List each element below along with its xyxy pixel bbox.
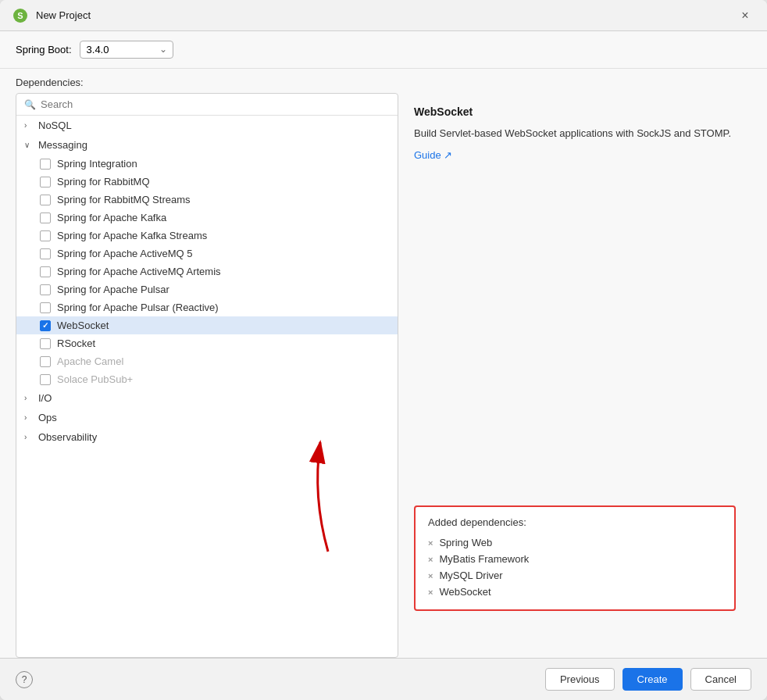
checkbox-rsocket[interactable] [40,338,51,349]
remove-mybatis[interactable]: × [428,555,433,564]
close-button[interactable]: × [736,6,755,25]
item-spring-rabbitmq-streams[interactable]: Spring for RabbitMQ Streams [16,191,398,209]
chevron-ops: › [24,413,34,422]
added-dep-mysql: × MySQL Driver [428,567,722,584]
search-input[interactable] [41,98,390,110]
main-content: 🔍 › NoSQL ∨ Messaging Spring Int [16,93,751,658]
group-nosql[interactable]: › NoSQL [16,116,398,135]
remove-spring-web[interactable]: × [428,538,433,548]
item-spring-rabbitmq[interactable]: Spring for RabbitMQ [16,173,398,191]
added-dependencies-box: Added dependencies: × Spring Web × MyBat… [414,505,736,611]
spring-boot-label: Spring Boot: [16,44,72,55]
item-spring-kafka[interactable]: Spring for Apache Kafka [16,209,398,227]
item-websocket[interactable]: WebSocket [16,316,398,334]
label-rsocket: RSocket [57,338,95,349]
search-bar: 🔍 [16,94,398,116]
group-messaging-label: Messaging [38,139,87,151]
group-ops-label: Ops [38,412,57,423]
guide-link[interactable]: Guide ↗ [414,149,736,161]
spring-boot-version-select[interactable]: 3.4.0 [80,41,173,59]
group-observability-label: Observability [38,431,97,443]
label-spring-pulsar-reactive: Spring for Apache Pulsar (Reactive) [57,302,219,313]
title-bar: S New Project × [0,0,767,31]
label-spring-kafka-streams: Spring for Apache Kafka Streams [57,230,207,241]
checkbox-spring-pulsar[interactable] [40,284,51,295]
new-project-dialog: S New Project × Spring Boot: 3.4.0 Depen… [0,0,767,700]
remove-websocket[interactable]: × [428,588,433,597]
group-io-label: I/O [38,392,52,404]
item-spring-activemq-artemis[interactable]: Spring for Apache ActiveMQ Artemis [16,262,398,280]
left-panel: 🔍 › NoSQL ∨ Messaging Spring Int [16,93,398,658]
checkbox-spring-kafka-streams[interactable] [40,230,51,241]
added-dep-mybatis: × MyBatis Framework [428,551,722,567]
spring-boot-select-wrapper[interactable]: 3.4.0 [80,41,173,59]
added-dep-spring-web-label: Spring Web [439,537,492,548]
item-apache-camel: Apache Camel [16,352,398,370]
dependencies-label: Dependencies: [0,69,767,93]
right-panel: WebSocket Build Servlet-based WebSocket … [398,93,751,658]
checkbox-spring-pulsar-reactive[interactable] [40,302,51,313]
label-apache-camel: Apache Camel [57,355,123,367]
added-dep-spring-web: × Spring Web [428,534,722,551]
added-dep-mybatis-label: MyBatis Framework [439,553,529,565]
group-io[interactable]: › I/O [16,388,398,408]
label-solace-pubsub: Solace PubSub+ [57,373,133,385]
chevron-messaging: ∨ [24,141,34,149]
item-rsocket[interactable]: RSocket [16,334,398,352]
spring-boot-row: Spring Boot: 3.4.0 [0,31,767,69]
checkbox-spring-rabbitmq-streams[interactable] [40,195,51,205]
checkbox-spring-kafka[interactable] [40,212,51,223]
added-dep-websocket: × WebSocket [428,584,722,600]
label-spring-pulsar: Spring for Apache Pulsar [57,284,169,295]
checkbox-websocket[interactable] [40,320,51,331]
checkbox-spring-rabbitmq[interactable] [40,177,51,188]
websocket-description: Build Servlet-based WebSocket applicatio… [414,126,736,141]
checkbox-spring-activemq5[interactable] [40,248,51,259]
help-button[interactable]: ? [16,671,33,688]
app-icon: S [12,8,28,23]
label-spring-kafka: Spring for Apache Kafka [57,212,166,223]
dialog-title: New Project [36,9,728,21]
label-spring-rabbitmq-streams: Spring for RabbitMQ Streams [57,194,191,205]
item-spring-kafka-streams[interactable]: Spring for Apache Kafka Streams [16,227,398,245]
svg-text:S: S [17,11,23,20]
dependency-list: › NoSQL ∨ Messaging Spring Integration S… [16,116,398,657]
group-ops[interactable]: › Ops [16,408,398,427]
search-icon: 🔍 [24,99,36,110]
added-dep-websocket-label: WebSocket [439,586,491,598]
group-nosql-label: NoSQL [38,120,72,131]
previous-button[interactable]: Previous [545,668,615,691]
label-spring-integration: Spring Integration [57,158,137,170]
group-observability[interactable]: › Observability [16,427,398,447]
checkbox-spring-integration[interactable] [40,159,51,170]
chevron-io: › [24,394,34,402]
footer: ? Previous Create Cancel [0,658,767,700]
chevron-observability: › [24,433,34,441]
checkbox-solace-pubsub [40,374,51,385]
label-spring-rabbitmq: Spring for RabbitMQ [57,176,150,188]
item-solace-pubsub: Solace PubSub+ [16,370,398,388]
chevron-nosql: › [24,121,34,130]
remove-mysql[interactable]: × [428,571,433,580]
item-spring-activemq5[interactable]: Spring for Apache ActiveMQ 5 [16,245,398,262]
websocket-title: WebSocket [414,105,736,118]
cancel-button[interactable]: Cancel [690,668,751,691]
added-deps-title: Added dependencies: [428,516,722,528]
item-spring-pulsar[interactable]: Spring for Apache Pulsar [16,280,398,298]
label-websocket: WebSocket [57,320,109,331]
label-spring-activemq-artemis: Spring for Apache ActiveMQ Artemis [57,266,221,277]
group-messaging[interactable]: ∨ Messaging [16,135,398,155]
checkbox-spring-activemq-artemis[interactable] [40,266,51,277]
checkbox-apache-camel [40,356,51,367]
create-button[interactable]: Create [623,668,683,691]
item-spring-integration[interactable]: Spring Integration [16,155,398,173]
item-spring-pulsar-reactive[interactable]: Spring for Apache Pulsar (Reactive) [16,298,398,316]
label-spring-activemq5: Spring for Apache ActiveMQ 5 [57,248,192,259]
added-dep-mysql-label: MySQL Driver [439,570,502,581]
